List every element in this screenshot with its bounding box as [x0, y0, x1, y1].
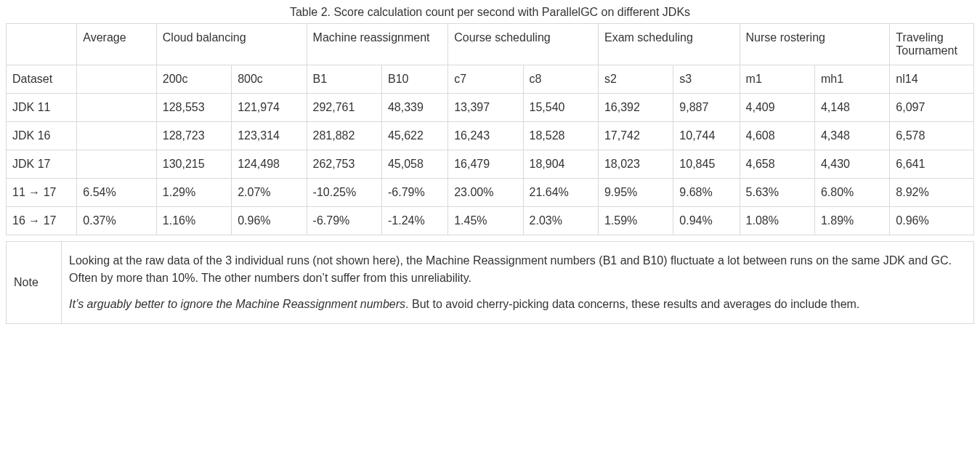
note-paragraph-2: It’s arguably better to ignore the Machi…: [69, 296, 966, 313]
table-row: 16 → 17 0.37% 1.16% 0.96% -6.79% -1.24% …: [7, 207, 974, 235]
cell: -1.24%: [381, 207, 448, 235]
header-course-scheduling: Course scheduling: [448, 24, 599, 65]
row-avg: 0.37%: [77, 207, 156, 235]
row-label: 11 → 17: [7, 179, 77, 207]
cell: 21.64%: [523, 179, 598, 207]
note-label: Note: [7, 242, 62, 324]
cell: 1.45%: [448, 207, 523, 235]
dataset-col: 800c: [232, 65, 307, 94]
cell: 1.29%: [156, 179, 231, 207]
note-paragraph-1: Looking at the raw data of the 3 individ…: [69, 252, 966, 287]
dataset-col: B10: [381, 65, 448, 94]
cell: 18,023: [598, 150, 673, 179]
cell: 128,553: [156, 94, 231, 122]
cell: 262,753: [307, 150, 381, 179]
cell: 45,622: [381, 122, 448, 150]
row-avg: [77, 150, 156, 179]
header-average: Average: [77, 24, 156, 65]
cell: 1.16%: [156, 207, 231, 235]
cell: 4,658: [740, 150, 814, 179]
row-avg: [77, 94, 156, 122]
cell: 128,723: [156, 122, 231, 150]
header-machine-reassignment: Machine reassignment: [307, 24, 448, 65]
cell: 0.96%: [890, 207, 974, 235]
note-emphasis: It’s arguably better to ignore the Machi…: [69, 298, 405, 310]
header-traveling-tournament: Traveling Tournament: [890, 24, 974, 65]
cell: 6,641: [890, 150, 974, 179]
cell: 2.07%: [232, 179, 307, 207]
row-label: JDK 17: [7, 150, 77, 179]
header-nurse-rostering: Nurse rostering: [740, 24, 890, 65]
cell: -10.25%: [307, 179, 381, 207]
cell: 281,882: [307, 122, 381, 150]
dataset-col: c7: [448, 65, 523, 94]
table-row: JDK 16 128,723 123,314 281,882 45,622 16…: [7, 122, 974, 150]
dataset-label: Dataset: [7, 65, 77, 94]
cell: 1.08%: [740, 207, 814, 235]
cell: 1.89%: [814, 207, 889, 235]
cell: -6.79%: [307, 207, 381, 235]
cell: 15,540: [523, 94, 598, 122]
cell: 124,498: [232, 150, 307, 179]
cell: 6,578: [890, 122, 974, 150]
cell: 9.68%: [673, 179, 740, 207]
cell: 16,479: [448, 150, 523, 179]
cell: 45,058: [381, 150, 448, 179]
main-table: Average Cloud balancing Machine reassign…: [6, 23, 974, 235]
row-label: 16 → 17: [7, 207, 77, 235]
header-exam-scheduling: Exam scheduling: [598, 24, 740, 65]
header-row-groups: Average Cloud balancing Machine reassign…: [7, 24, 974, 65]
table-caption: Table 2. Score calculation count per sec…: [6, 6, 974, 19]
dataset-col: c8: [523, 65, 598, 94]
cell: 13,397: [448, 94, 523, 122]
cell: 292,761: [307, 94, 381, 122]
cell: 4,148: [814, 94, 889, 122]
cell: 48,339: [381, 94, 448, 122]
note-remainder: . But to avoid cherry-picking data conce…: [405, 298, 859, 310]
row-avg: 6.54%: [77, 179, 156, 207]
dataset-col: s2: [598, 65, 673, 94]
cell: 130,215: [156, 150, 231, 179]
cell: 23.00%: [448, 179, 523, 207]
header-cloud-balancing: Cloud balancing: [156, 24, 307, 65]
cell: 9,887: [673, 94, 740, 122]
cell: 4,409: [740, 94, 814, 122]
note-table: Note Looking at the raw data of the 3 in…: [6, 241, 974, 324]
note-body: Looking at the raw data of the 3 individ…: [62, 242, 974, 324]
dataset-col: s3: [673, 65, 740, 94]
cell: 0.96%: [232, 207, 307, 235]
cell: 10,744: [673, 122, 740, 150]
cell: 123,314: [232, 122, 307, 150]
cell: 18,904: [523, 150, 598, 179]
row-label: JDK 16: [7, 122, 77, 150]
cell: 16,243: [448, 122, 523, 150]
table-row: JDK 17 130,215 124,498 262,753 45,058 16…: [7, 150, 974, 179]
row-label: JDK 11: [7, 94, 77, 122]
cell: 16,392: [598, 94, 673, 122]
cell: 2.03%: [523, 207, 598, 235]
cell: 4,348: [814, 122, 889, 150]
cell: -6.79%: [381, 179, 448, 207]
dataset-col: m1: [740, 65, 814, 94]
header-empty: [7, 24, 77, 65]
dataset-col: 200c: [156, 65, 231, 94]
table-row: 11 → 17 6.54% 1.29% 2.07% -10.25% -6.79%…: [7, 179, 974, 207]
cell: 0.94%: [673, 207, 740, 235]
table-row: JDK 11 128,553 121,974 292,761 48,339 13…: [7, 94, 974, 122]
dataset-col: B1: [307, 65, 381, 94]
cell: 4,608: [740, 122, 814, 150]
cell: 6.80%: [814, 179, 889, 207]
row-avg: [77, 122, 156, 150]
cell: 18,528: [523, 122, 598, 150]
cell: 121,974: [232, 94, 307, 122]
cell: 8.92%: [890, 179, 974, 207]
cell: 1.59%: [598, 207, 673, 235]
cell: 4,430: [814, 150, 889, 179]
dataset-col: nl14: [890, 65, 974, 94]
cell: 6,097: [890, 94, 974, 122]
cell: 5.63%: [740, 179, 814, 207]
cell: 9.95%: [598, 179, 673, 207]
header-row-datasets: Dataset 200c 800c B1 B10 c7 c8 s2 s3 m1 …: [7, 65, 974, 94]
cell: 17,742: [598, 122, 673, 150]
dataset-avg-empty: [77, 65, 156, 94]
